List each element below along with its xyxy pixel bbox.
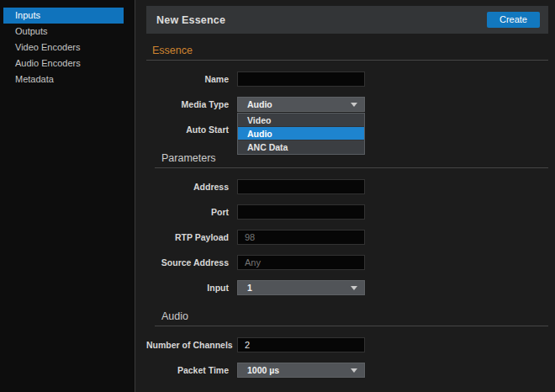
chevron-down-icon <box>351 286 357 290</box>
number-of-channels-input[interactable] <box>237 337 365 352</box>
sidebar-item-video-encoders[interactable]: Video Encoders <box>3 40 124 56</box>
number-of-channels-label: Number of Channels <box>146 340 229 350</box>
form-row-rtp-payload: RTP Payload <box>146 230 548 245</box>
packet-time-label: Packet Time <box>146 365 229 375</box>
page-title: New Essence <box>156 14 225 26</box>
form-row-input: Input 1 <box>146 280 548 295</box>
app-window: Inputs Outputs Video Encoders Audio Enco… <box>0 0 555 392</box>
section-divider <box>155 167 548 168</box>
source-address-input[interactable] <box>237 255 365 270</box>
address-input[interactable] <box>237 179 365 194</box>
media-type-select[interactable]: Audio Video Audio ANC Data <box>237 97 365 112</box>
media-type-dropdown-list: Video Audio ANC Data <box>237 113 365 155</box>
rtp-payload-label: RTP Payload <box>146 232 229 242</box>
packet-time-value: 1000 µs <box>247 365 351 375</box>
rtp-payload-input[interactable] <box>237 230 365 245</box>
sidebar-item-outputs[interactable]: Outputs <box>3 24 124 40</box>
form-row-source-address: Source Address <box>146 255 548 270</box>
port-label: Port <box>146 207 229 217</box>
sidebar-item-metadata[interactable]: Metadata <box>3 72 124 87</box>
dropdown-option-audio[interactable]: Audio <box>238 127 364 140</box>
dropdown-option-anc-data[interactable]: ANC Data <box>238 140 364 154</box>
input-value: 1 <box>247 283 351 293</box>
input-label: Input <box>146 283 229 293</box>
name-label: Name <box>146 74 229 84</box>
sidebar-item-audio-encoders[interactable]: Audio Encoders <box>3 56 124 72</box>
create-button[interactable]: Create <box>487 12 540 28</box>
packet-time-select[interactable]: 1000 µs <box>237 363 365 378</box>
form-row-name: Name <box>146 72 548 87</box>
chevron-down-icon <box>351 368 357 373</box>
main-panel: New Essence Create Essence Name Media Ty… <box>135 0 555 392</box>
sidebar-item-inputs[interactable]: Inputs <box>3 8 124 24</box>
port-input[interactable] <box>237 204 365 220</box>
auto-start-label: Auto Start <box>146 124 229 135</box>
form-row-port: Port <box>146 204 548 220</box>
section-divider <box>155 326 548 326</box>
section-divider <box>146 60 548 61</box>
form-row-media-type: Media Type Audio Video Audio ANC Data <box>146 97 548 112</box>
source-address-label: Source Address <box>146 257 229 268</box>
titlebar: New Essence Create <box>146 6 548 34</box>
name-input[interactable] <box>237 72 365 87</box>
address-label: Address <box>146 182 229 192</box>
sidebar: Inputs Outputs Video Encoders Audio Enco… <box>0 0 135 392</box>
form-row-number-of-channels: Number of Channels <box>146 337 548 352</box>
section-title-audio: Audio <box>161 310 548 323</box>
section-title-essence: Essence <box>152 45 548 57</box>
input-select[interactable]: 1 <box>237 280 365 295</box>
media-type-value: Audio <box>247 99 351 109</box>
media-type-label: Media Type <box>146 99 229 109</box>
chevron-down-icon <box>351 103 357 107</box>
form-row-address: Address <box>146 179 548 194</box>
dropdown-option-video[interactable]: Video <box>238 114 364 127</box>
form-row-packet-time: Packet Time 1000 µs <box>146 363 548 378</box>
